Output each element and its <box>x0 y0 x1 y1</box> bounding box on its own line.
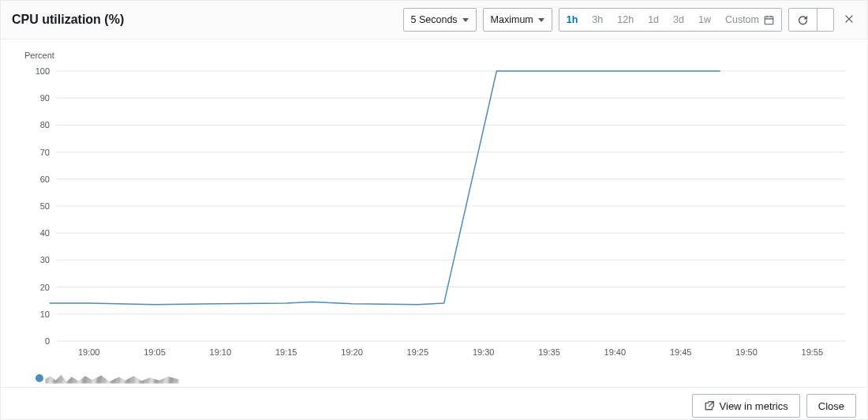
svg-text:80: 80 <box>40 120 50 129</box>
view-in-metrics-button[interactable]: View in metrics <box>692 394 800 418</box>
metric-panel: CPU utilization (%) 5 Seconds Maximum 1h… <box>0 0 868 420</box>
svg-rect-0 <box>765 17 773 24</box>
chart-legend <box>36 373 179 384</box>
svg-text:10: 10 <box>40 309 50 319</box>
period-dropdown-label: 5 Seconds <box>411 14 458 25</box>
svg-text:19:45: 19:45 <box>670 347 692 357</box>
svg-text:60: 60 <box>40 174 50 184</box>
svg-text:19:35: 19:35 <box>538 347 560 357</box>
chart-area: Percent 010203040506070809010019:0019:05… <box>1 39 867 387</box>
calendar-icon <box>764 15 774 25</box>
svg-text:19:55: 19:55 <box>802 347 824 357</box>
svg-text:50: 50 <box>40 201 50 211</box>
range-12h[interactable]: 12h <box>610 9 641 31</box>
svg-text:40: 40 <box>40 228 50 238</box>
chart-plot: 010203040506070809010019:0019:0519:1019:… <box>9 55 861 387</box>
svg-text:90: 90 <box>40 93 50 103</box>
range-1d[interactable]: 1d <box>641 9 666 31</box>
close-button[interactable]: Close <box>806 394 856 418</box>
close-button-label: Close <box>818 400 844 412</box>
svg-text:100: 100 <box>36 66 50 76</box>
svg-text:19:30: 19:30 <box>473 347 495 357</box>
svg-text:70: 70 <box>40 148 50 157</box>
range-3h[interactable]: 3h <box>585 9 610 31</box>
refresh-button-group <box>788 8 834 32</box>
refresh-button[interactable] <box>789 9 817 31</box>
external-link-icon <box>704 400 715 411</box>
statistic-dropdown[interactable]: Maximum <box>483 8 552 32</box>
svg-text:19:20: 19:20 <box>341 347 363 357</box>
range-1h[interactable]: 1h <box>559 9 586 31</box>
panel-title: CPU utilization (%) <box>12 13 397 27</box>
svg-text:19:25: 19:25 <box>407 347 429 357</box>
panel-header: CPU utilization (%) 5 Seconds Maximum 1h… <box>1 1 867 39</box>
caret-down-icon <box>462 18 469 22</box>
svg-text:19:50: 19:50 <box>735 347 758 357</box>
svg-text:0: 0 <box>45 336 50 346</box>
caret-down-icon <box>538 18 544 22</box>
time-range-group: 1h 3h 12h 1d 3d 1w Custom <box>559 8 782 32</box>
svg-text:20: 20 <box>40 283 50 292</box>
svg-text:19:15: 19:15 <box>275 347 297 357</box>
svg-text:19:40: 19:40 <box>604 347 627 357</box>
refresh-menu-button[interactable] <box>817 9 833 31</box>
svg-text:19:00: 19:00 <box>78 347 100 357</box>
chart-y-axis-label: Percent <box>24 51 54 60</box>
svg-text:30: 30 <box>40 255 50 264</box>
svg-text:19:05: 19:05 <box>144 347 166 357</box>
legend-color-swatch <box>36 374 43 382</box>
period-dropdown[interactable]: 5 Seconds <box>403 8 477 32</box>
view-in-metrics-label: View in metrics <box>720 400 788 412</box>
close-icon <box>844 13 855 24</box>
refresh-icon <box>797 14 809 26</box>
range-custom[interactable]: Custom <box>718 9 781 31</box>
panel-footer: View in metrics Close <box>1 387 867 420</box>
range-custom-label: Custom <box>725 14 759 25</box>
range-3d[interactable]: 3d <box>666 9 691 31</box>
statistic-dropdown-label: Maximum <box>491 14 533 25</box>
close-panel-button[interactable] <box>840 12 856 28</box>
range-1w[interactable]: 1w <box>691 9 718 31</box>
legend-label-redacted <box>45 373 179 384</box>
svg-text:19:10: 19:10 <box>210 347 232 357</box>
